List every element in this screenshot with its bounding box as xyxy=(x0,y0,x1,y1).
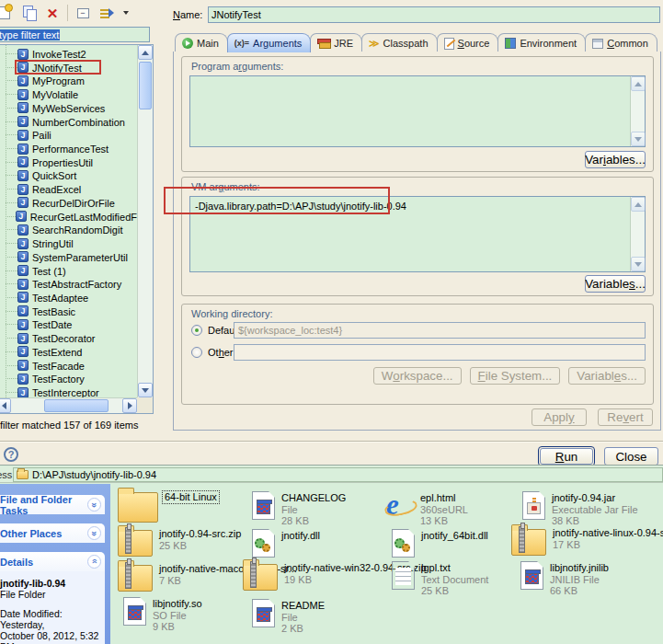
name-input[interactable]: JNotifyTest xyxy=(208,6,660,23)
other-directory-field[interactable] xyxy=(234,344,646,361)
tree-item[interactable]: JTestBasic xyxy=(0,305,137,318)
scroll-up-icon[interactable] xyxy=(631,76,646,91)
chevron-down-icon[interactable]: » xyxy=(87,526,101,540)
file-system-button[interactable]: File System... xyxy=(470,367,561,385)
tree-item[interactable]: JTestDate xyxy=(0,317,137,331)
details-header[interactable]: Details » xyxy=(0,552,105,571)
revert-button[interactable]: Revert xyxy=(598,408,653,426)
chevron-down-icon[interactable]: » xyxy=(87,498,101,512)
tree-item[interactable]: JSystemParameterUtil xyxy=(0,250,137,264)
file-item[interactable]: jnotify-0.94-src.zip25 KB xyxy=(118,527,241,557)
filter-dropdown-arrow-icon[interactable] xyxy=(121,4,131,22)
tab-common[interactable]: Common xyxy=(585,33,657,52)
file-name[interactable]: lgpl.txt xyxy=(421,562,488,574)
tab-source[interactable]: Source xyxy=(437,33,499,52)
chevron-up-icon[interactable]: » xyxy=(87,555,101,569)
tree-item[interactable]: JTestFacade xyxy=(0,359,137,373)
file-item[interactable]: READMEFile2 KB xyxy=(246,599,325,635)
scroll-up-icon[interactable] xyxy=(631,197,646,212)
tree-item[interactable]: JInvokeTest2 xyxy=(0,47,137,61)
duplicate-launch-config-icon[interactable] xyxy=(19,4,38,22)
file-name[interactable]: libjnotify.jnilib xyxy=(550,562,609,574)
file-name[interactable]: libjnotify.so xyxy=(153,598,202,610)
file-name[interactable]: jnotify-0.94-src.zip xyxy=(159,528,241,540)
tree-item[interactable]: JStringUtil xyxy=(0,236,137,250)
tree-item[interactable]: JTestFactory xyxy=(0,372,137,385)
tree-horizontal-scrollbar[interactable] xyxy=(0,397,137,413)
tree-item[interactable]: JJNotifyTest xyxy=(0,61,137,75)
new-launch-config-icon[interactable] xyxy=(0,4,14,22)
other-radio[interactable] xyxy=(191,347,202,358)
default-radio[interactable] xyxy=(191,325,202,336)
collapse-all-icon[interactable]: − xyxy=(74,4,92,22)
tree-item[interactable]: JSearchRandomDigit xyxy=(0,223,137,236)
textarea-scrollbar[interactable] xyxy=(630,197,645,271)
file-item[interactable]: eepl.html360seURL13 KB xyxy=(386,491,468,527)
file-item[interactable]: libjnotify.jnilibJNILIB File66 KB xyxy=(515,561,609,597)
tree-item[interactable]: JTestAdaptee xyxy=(0,291,137,305)
scroll-down-icon[interactable] xyxy=(631,132,646,146)
tree-item[interactable]: JReadExcel xyxy=(0,182,137,196)
file-name[interactable]: CHANGELOG xyxy=(281,492,346,504)
tab-main[interactable]: Main xyxy=(175,33,228,52)
vm-variables-button[interactable]: Variables... xyxy=(585,275,646,293)
tree-item[interactable]: JRecurGetLastModifiedF xyxy=(0,210,137,224)
address-input[interactable]: D:\APJ\study\jnotify-lib-0.94 xyxy=(13,467,663,482)
tree-item[interactable]: JTestExtend xyxy=(0,345,137,359)
directory-variables-button[interactable]: Variables... xyxy=(568,367,646,385)
file-name[interactable]: jnotify_64bit.dll xyxy=(421,530,488,542)
file-item[interactable]: lgpl.txtText Document25 KB xyxy=(386,561,488,597)
tab-classpath[interactable]: ≫Classpath xyxy=(361,33,437,52)
tab-arguments[interactable]: (x)=Arguments xyxy=(227,33,311,52)
scroll-thumb[interactable] xyxy=(44,399,109,412)
file-item[interactable]: CHANGELOGFile28 KB xyxy=(246,491,346,527)
tree-item[interactable]: JTestInterceptor xyxy=(0,385,137,397)
file-name[interactable]: 64-bit Linux xyxy=(162,490,220,504)
tree-item[interactable]: JQuickSort xyxy=(0,168,137,182)
file-folder-tasks-header[interactable]: File and Folder Tasks » xyxy=(0,495,105,514)
other-places-header[interactable]: Other Places » xyxy=(0,523,105,543)
tree-item[interactable]: JTestDecorator xyxy=(0,331,137,345)
filter-launch-configs-icon[interactable] xyxy=(97,4,116,22)
delete-launch-config-icon[interactable]: ✕ xyxy=(43,4,62,22)
textarea-scrollbar[interactable] xyxy=(630,76,645,146)
scroll-thumb[interactable] xyxy=(139,62,152,109)
apply-button[interactable]: Apply xyxy=(532,408,587,426)
tree-item[interactable]: JPropertiesUtil xyxy=(0,155,137,169)
file-name[interactable]: jnotify-native-linux-0.94-src.zip xyxy=(553,527,663,539)
file-item[interactable]: jnotify_64bit.dll xyxy=(386,529,488,558)
file-item[interactable]: jnotify-native-linux-0.94-src.zip17 KB xyxy=(511,526,663,556)
tree-item[interactable]: JTestAbstractFactory xyxy=(0,277,137,291)
tree-item[interactable]: JMyProgram xyxy=(0,74,137,87)
tree-item[interactable]: JNumberCombination xyxy=(0,115,137,129)
file-item[interactable]: jnotify-0.94.jarExecutable Jar File38 KB xyxy=(517,491,638,527)
filter-input[interactable]: type filter text xyxy=(0,27,150,42)
tree-vertical-scrollbar[interactable] xyxy=(137,45,153,397)
tab-jre[interactable]: JRE xyxy=(310,33,362,52)
tree-item[interactable]: JRecurDelDirOrFile xyxy=(0,196,137,210)
tree-item[interactable]: JPerformanceTest xyxy=(0,142,137,155)
file-name[interactable]: jnotify-0.94.jar xyxy=(552,492,638,504)
tree-item[interactable]: JMyVolatile xyxy=(0,87,137,101)
file-name[interactable]: README xyxy=(281,600,325,612)
file-name[interactable]: jnotify.dll xyxy=(281,530,320,542)
tree-item[interactable]: JPaili xyxy=(0,128,137,142)
file-item[interactable]: libjnotify.soSO File9 KB xyxy=(118,597,202,633)
scroll-down-icon[interactable] xyxy=(631,257,646,271)
close-button[interactable]: Close xyxy=(604,447,658,466)
tree-item[interactable]: JMyWebServices xyxy=(0,101,137,115)
file-name[interactable]: epl.html xyxy=(420,492,468,504)
vm-arguments-textarea[interactable]: -Djava.library.path=D:\APJ\study\jnotify… xyxy=(189,196,646,272)
tab-environment[interactable]: Environment xyxy=(497,33,586,52)
file-item[interactable]: 64-bit Linux xyxy=(118,489,220,523)
file-item[interactable]: jnotify.dll xyxy=(246,529,320,558)
scroll-up-icon[interactable] xyxy=(138,45,153,60)
program-arguments-textarea[interactable] xyxy=(189,75,646,147)
help-icon[interactable]: ? xyxy=(4,447,18,462)
tree-item[interactable]: JTest (1) xyxy=(0,264,137,278)
scroll-left-icon[interactable] xyxy=(0,398,11,413)
program-variables-button[interactable]: Variables... xyxy=(585,151,646,168)
scroll-down-icon[interactable] xyxy=(138,383,153,397)
workspace-button[interactable]: Workspace... xyxy=(373,367,462,385)
run-button[interactable]: Run xyxy=(540,448,593,465)
